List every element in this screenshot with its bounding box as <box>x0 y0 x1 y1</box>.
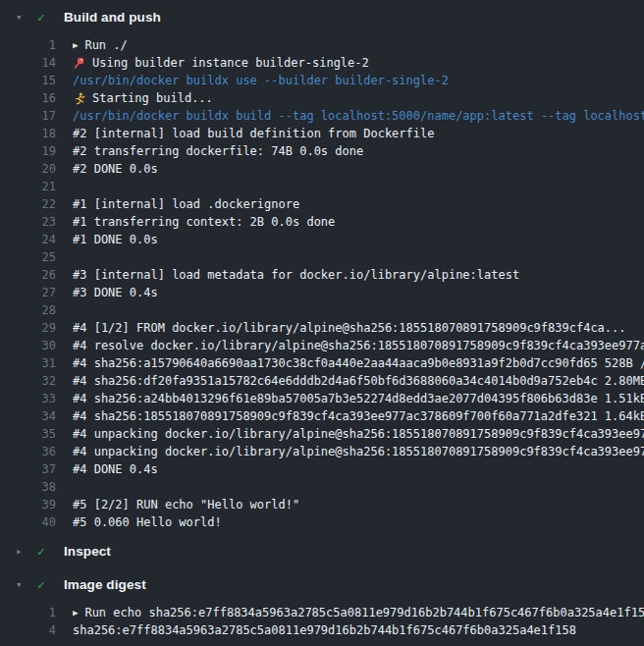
line-number[interactable]: 27 <box>0 286 56 299</box>
log-text: #4 sha256:185518070891758909c9f839cf4ca3… <box>73 409 644 423</box>
line-number[interactable]: 40 <box>0 515 56 529</box>
log-line-content: #4 sha256:185518070891758909c9f839cf4ca3… <box>73 409 644 423</box>
run-expander-icon[interactable]: ▶ <box>73 609 78 618</box>
section-header-inspect[interactable]: ▸✓Inspect <box>0 534 644 567</box>
log-text: #3 [internal] load metadata for docker.i… <box>73 268 519 282</box>
line-number[interactable]: 1 <box>0 38 56 52</box>
log-line-content: #1 transferring context: 2B 0.0s done <box>73 215 644 229</box>
line-number[interactable]: 21 <box>0 180 56 193</box>
log-line: 18#2 [internal] load build definition fr… <box>0 125 644 142</box>
line-number[interactable]: 14 <box>0 56 56 70</box>
log-line-content: #1 [internal] load .dockerignore <box>73 197 644 211</box>
line-number[interactable]: 23 <box>0 215 56 229</box>
log-text: #2 transferring dockerfile: 74B 0.0s don… <box>73 144 363 158</box>
section-title: Image digest <box>64 577 146 592</box>
log-line-content: #4 sha256:a24bb4013296f61e89ba57005a7b3e… <box>73 392 644 405</box>
line-number[interactable]: 26 <box>0 268 56 282</box>
log-line: 30#4 resolve docker.io/library/alpine@sh… <box>0 337 644 354</box>
log-line: 37#4 DONE 0.4s <box>0 460 644 478</box>
triangle-down-icon[interactable]: ▾ <box>16 579 27 590</box>
triangle-right-icon[interactable]: ▸ <box>16 546 27 557</box>
section-title: Inspect <box>64 544 111 559</box>
log-text: #5 [2/2] RUN echo "Hello world!" <box>73 498 299 511</box>
log-text: Starting build... <box>92 91 213 105</box>
log-line: 14Using builder instance builder-single-… <box>0 54 644 72</box>
log-line: 15/usr/bin/docker buildx use --builder b… <box>0 72 644 89</box>
line-number[interactable]: 29 <box>0 321 56 335</box>
runner-icon <box>73 92 86 105</box>
line-number[interactable]: 4 <box>0 623 56 637</box>
log-text: #1 DONE 0.0s <box>73 233 158 246</box>
log-line-content: #5 [2/2] RUN echo "Hello world!" <box>73 498 644 511</box>
pushpin-icon <box>73 57 86 70</box>
line-number[interactable]: 38 <box>0 480 56 494</box>
log-line-content: #2 DONE 0.0s <box>73 162 644 176</box>
log-text: #4 sha256:a24bb4013296f61e89ba57005a7b3e… <box>73 392 644 405</box>
log-line-content: #4 unpacking docker.io/library/alpine@sh… <box>73 445 644 458</box>
line-number[interactable]: 17 <box>0 109 56 123</box>
log-line: 31#4 sha256:a15790640a6690aa1730c38cf0a4… <box>0 354 644 372</box>
section-title: Build and push <box>64 10 161 25</box>
line-number[interactable]: 15 <box>0 74 56 87</box>
log-line-content: #4 resolve docker.io/library/alpine@sha2… <box>73 339 644 352</box>
log-text: #2 DONE 0.0s <box>73 162 158 176</box>
log-line: 40#5 0.060 Hello world! <box>0 513 644 531</box>
line-number[interactable]: 22 <box>0 197 56 211</box>
line-number[interactable]: 16 <box>0 91 56 105</box>
line-number[interactable]: 37 <box>0 462 56 476</box>
log-line: 16Starting build... <box>0 89 644 107</box>
log-line: 29#4 [1/2] FROM docker.io/library/alpine… <box>0 319 644 337</box>
check-icon: ✓ <box>37 545 52 558</box>
log-text: sha256:e7ff8834a5963a2785c5a0811e979d16b… <box>73 623 576 637</box>
log-text: #5 0.060 Hello world! <box>73 515 222 529</box>
line-number[interactable]: 39 <box>0 498 56 511</box>
log-text: Run echo sha256:e7ff8834a5963a2785c5a081… <box>84 606 644 619</box>
line-number[interactable]: 31 <box>0 356 56 370</box>
log-line: 19#2 transferring dockerfile: 74B 0.0s d… <box>0 142 644 160</box>
log-line: 36#4 unpacking docker.io/library/alpine@… <box>0 443 644 460</box>
log-line-content: #4 [1/2] FROM docker.io/library/alpine@s… <box>73 321 644 335</box>
log-line-content: ▶Run echo sha256:e7ff8834a5963a2785c5a08… <box>73 606 644 619</box>
check-icon: ✓ <box>37 578 52 591</box>
log-line-content: #4 DONE 0.4s <box>73 462 644 476</box>
log-text: #1 transferring context: 2B 0.0s done <box>73 215 335 229</box>
line-number[interactable]: 30 <box>0 339 56 352</box>
line-number[interactable]: 1 <box>0 606 56 619</box>
line-number[interactable]: 25 <box>0 250 56 264</box>
command-text: /usr/bin/docker buildx use --builder bui… <box>73 74 449 87</box>
run-expander-icon[interactable]: ▶ <box>73 41 78 50</box>
line-number[interactable]: 33 <box>0 392 56 405</box>
log-line-content: /usr/bin/docker buildx use --builder bui… <box>73 74 644 87</box>
log-line-content: #2 [internal] load build definition from… <box>73 127 644 140</box>
log-line-content: sha256:e7ff8834a5963a2785c5a0811e979d16b… <box>73 623 644 637</box>
line-number[interactable]: 24 <box>0 233 56 246</box>
triangle-down-icon[interactable]: ▾ <box>16 12 27 23</box>
log-lines: 1▶Run ./14Using builder instance builder… <box>0 33 644 534</box>
log-text: #4 unpacking docker.io/library/alpine@sh… <box>73 427 644 441</box>
line-number[interactable]: 19 <box>0 144 56 158</box>
line-number[interactable]: 35 <box>0 427 56 441</box>
log-line: 32#4 sha256:df20fa9351a15782c64e6dddb2d4… <box>0 372 644 390</box>
log-line: 1▶Run echo sha256:e7ff8834a5963a2785c5a0… <box>0 604 644 621</box>
log-text: #4 resolve docker.io/library/alpine@sha2… <box>73 339 644 352</box>
log-line: 26#3 [internal] load metadata for docker… <box>0 266 644 284</box>
log-line-content: Using builder instance builder-single-2 <box>73 56 644 70</box>
line-number[interactable]: 32 <box>0 374 56 388</box>
log-text: #4 DONE 0.4s <box>73 462 158 476</box>
log-line: 17/usr/bin/docker buildx build --tag loc… <box>0 107 644 125</box>
log-line: 1▶Run ./ <box>0 36 644 54</box>
log-line-content: Starting build... <box>73 91 644 105</box>
log-line-content: #5 0.060 Hello world! <box>73 515 644 529</box>
line-number[interactable]: 36 <box>0 445 56 458</box>
command-text: /usr/bin/docker buildx build --tag local… <box>73 109 644 123</box>
line-number[interactable]: 18 <box>0 127 56 140</box>
line-number[interactable]: 28 <box>0 303 56 317</box>
line-number[interactable]: 20 <box>0 162 56 176</box>
log-line-content: #4 unpacking docker.io/library/alpine@sh… <box>73 427 644 441</box>
log-text: #4 unpacking docker.io/library/alpine@sh… <box>73 445 644 458</box>
section-header-image-digest[interactable]: ▾✓Image digest <box>0 567 644 601</box>
section-header-build-and-push[interactable]: ▾✓Build and push <box>0 0 644 33</box>
log-line-content: #3 [internal] load metadata for docker.i… <box>73 268 644 282</box>
line-number[interactable]: 34 <box>0 409 56 423</box>
log-line-content: #1 DONE 0.0s <box>73 233 644 246</box>
